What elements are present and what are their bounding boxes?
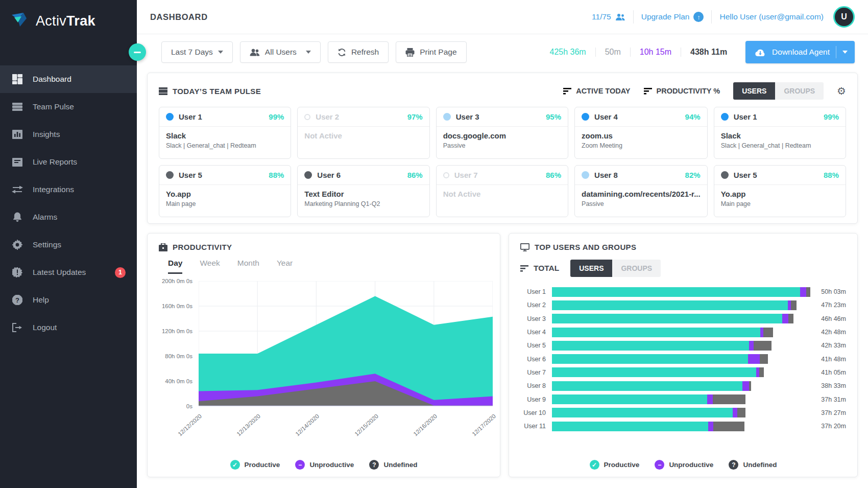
download-agent-button[interactable]: Download Agent [745,41,855,63]
toggle-groups[interactable]: GROUPS [775,82,824,100]
bar-segment-undefined [749,381,751,391]
refresh-icon [337,48,346,57]
tab-month[interactable]: Month [237,259,259,274]
pulse-card-user-7-7[interactable]: User 786%Not Active [436,165,568,217]
pulse-activity-subtitle [443,200,561,208]
sidebar-item-logout[interactable]: Logout [0,314,137,341]
status-dot [304,114,310,120]
bar-segment-undefined [763,328,773,337]
pulse-productivity-pct: 99% [269,112,284,121]
total-sort[interactable]: TOTAL [520,264,559,273]
tab-week[interactable]: Week [200,259,220,274]
sidebar-item-live-reports[interactable]: Live Reports [0,148,137,176]
bar-segment-productive [552,381,742,391]
legend-item-unproductive: −Unproductive [295,460,354,470]
upgrade-plan-link[interactable]: Upgrade Plan ↑ [641,12,704,22]
sidebar-item-latest-updates[interactable]: Latest Updates1 [0,259,137,286]
bar-segment-unproductive [707,394,713,404]
sidebar-item-integrations[interactable]: Integrations [0,176,137,203]
collapse-sidebar-button[interactable] [129,43,146,61]
legend-item-undefined: ?Undefined [369,460,417,470]
bar-segment-productive [552,314,782,323]
stacked-bar [552,341,771,351]
sidebar-item-settings[interactable]: Settings [0,231,137,259]
bar-row-user-5: User 542h 33m [515,339,846,352]
bar-segment-unproductive [749,341,754,351]
pulse-card-user-4-3[interactable]: User 494%zoom.usZoom Meeting [574,107,708,159]
pulse-card-user-5-9[interactable]: User 588%Yo.appMain page [714,165,846,217]
print-page-button[interactable]: Print Page [396,41,466,63]
pulse-activity-subtitle [304,142,422,150]
list-icon [159,87,167,95]
pulse-activity-subtitle: Marketing Planning Q1-Q2 [304,200,422,208]
status-dot [721,171,729,179]
productivity-card: PRODUCTIVITY DayWeekMonthYear 200h 0m 0s… [147,233,500,477]
license-count[interactable]: 11/75 [592,12,625,21]
pulse-card-user-8-8[interactable]: User 882%datamining.com/recents/2021-r..… [574,165,708,217]
sort-active-today[interactable]: ACTIVE TODAY [563,87,630,95]
logout-icon [11,322,23,333]
pulse-card-user-1-0[interactable]: User 199%SlackSlack | General_chat | Red… [159,107,291,159]
caret-down-icon [218,51,223,54]
top-header: DASHBOARD 11/75 Upgrade Plan ↑ Hello Use… [137,0,868,34]
sidebar-item-help[interactable]: ?Help [0,286,137,314]
sidebar-nav: DashboardTeam PulseInsightsLive ReportsI… [0,65,137,341]
stacked-bar [552,394,745,404]
sidebar-item-dashboard[interactable]: Dashboard [0,65,137,93]
refresh-button[interactable]: Refresh [328,41,389,63]
bar-total-time: 50h 03m [810,288,846,295]
tab-day[interactable]: Day [168,259,182,274]
users-icon [250,49,260,56]
settings-icon [11,239,23,250]
top-users-card: TOP USERS AND GROUPS TOTAL USERS GROUPS … [509,233,858,477]
bar-total-time: 41h 05m [810,369,846,376]
pulse-activity-subtitle: Passive [582,200,701,208]
pulse-card-user-5-5[interactable]: User 588%Yo.appMain page [159,165,291,217]
sidebar-item-team-pulse[interactable]: Team Pulse [0,93,137,121]
status-dot [166,171,174,179]
divider [633,10,634,24]
toggle-users[interactable]: USERS [570,260,612,277]
unproductive-legend-icon: − [655,460,664,470]
cloud-download-icon [755,48,766,57]
pulse-productivity-pct: 86% [407,171,423,179]
chevron-down-icon [118,298,126,302]
bar-segment-unproductive [742,381,749,391]
toggle-users[interactable]: USERS [733,82,775,100]
bar-row-user-3: User 346h 46m [515,312,846,326]
bar-segment-productive [552,300,788,310]
stacked-bar [552,287,810,297]
tab-year[interactable]: Year [277,259,293,274]
dashboard-icon [11,74,23,85]
sidebar-item-alarms[interactable]: Alarms [0,203,137,231]
user-menu[interactable]: Hello User (user@gmail.com) [719,12,824,21]
logo[interactable]: ActivTrak [0,0,137,35]
pulse-card-user-2-1[interactable]: User 297%Not Active [297,107,429,159]
toggle-groups[interactable]: GROUPS [612,260,661,277]
bar-segment-unproductive [782,314,788,323]
pulse-user-name: User 2 [316,112,339,121]
pulse-card-user-1-4[interactable]: User 199%SlackSlack | General_chat | Red… [714,107,846,159]
stacked-bar [552,354,768,364]
productivity-plot [199,281,493,406]
sort-productivity[interactable]: PRODUCTIVITY % [644,87,720,95]
stacked-bar [552,422,744,431]
header-right: 11/75 Upgrade Plan ↑ Hello User (user@gm… [592,6,855,28]
bar-segment-productive [552,287,800,297]
bar-row-user-4: User 442h 48m [515,326,846,339]
x-tick-label: 12/17/2020 [471,413,497,437]
avatar[interactable]: U [833,6,855,28]
sidebar-item-insights[interactable]: Insights [0,121,137,148]
pulse-card-user-6-6[interactable]: User 686%Text EditorMarketing Planning Q… [297,165,429,217]
minus-icon [134,52,141,53]
pulse-card-user-3-2[interactable]: User 395%docs.google.comPassive [436,107,568,159]
activtrak-logo-icon [11,12,31,30]
y-tick-label: 40h 0m 0s [165,378,192,384]
bar-user-label: User 2 [515,301,552,309]
date-range-dropdown[interactable]: Last 7 Days [161,41,233,63]
productivity-tabs: DayWeekMonthYear [148,258,500,274]
user-filter-dropdown[interactable]: All Users [240,41,321,63]
unproductive-legend-icon: − [295,460,305,470]
y-tick-label: 80h 0m 0s [165,353,192,359]
gear-icon[interactable]: ⚙ [837,86,846,96]
